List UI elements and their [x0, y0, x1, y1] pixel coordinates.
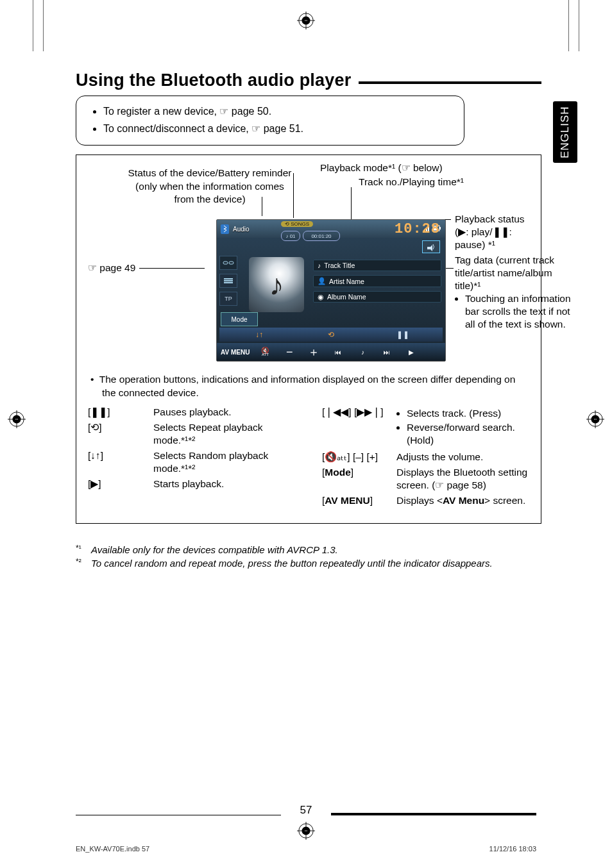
playback-mode-label: Playback mode*¹ (☞ below): [320, 162, 443, 174]
control-desc: Adjusts the volume.: [396, 451, 483, 463]
track-title-label: Track Title: [324, 262, 355, 269]
person-icon: 👤: [318, 277, 326, 285]
album-name-label: Album Name: [327, 293, 366, 301]
footnotes: *¹ Available only for the devices compat…: [76, 543, 541, 571]
playback-mode-bar: ↓↑ ⟲ ❚❚: [219, 328, 443, 342]
control-desc: Pauses playback.: [153, 406, 232, 419]
svg-rect-26: [223, 262, 228, 264]
footer-left: EN_KW-AV70E.indb 57: [76, 845, 149, 853]
leader-line: [262, 197, 262, 216]
control-row: [⟲] Selects Repeat playback mode.*¹*²: [88, 421, 296, 447]
gesture-icon: [422, 240, 440, 253]
registration-mark-top: [297, 12, 315, 32]
control-key: [Mode]: [322, 466, 396, 479]
songs-chip: ⟲ SONGS: [281, 221, 313, 227]
leader-line: [139, 268, 205, 269]
tag-scroll-bullet: Touching an information bar scrolls the …: [455, 292, 577, 331]
footnote-text: Available only for the devices compatibl…: [91, 543, 338, 557]
control-row: [❘◀◀] [▶▶❘] Selects track. (Press) Rever…: [322, 406, 531, 448]
section-title: Using the Bluetooth audio player: [76, 71, 541, 90]
avmenu-label: AV MENU: [221, 349, 250, 356]
source-label: Audio: [233, 226, 250, 233]
control-key: [❘◀◀] [▶▶❘]: [322, 406, 396, 419]
crop-line: [579, 0, 579, 51]
control-row: [▶] Starts playback.: [88, 478, 296, 490]
footer-row: EN_KW-AV70E.indb 57 11/12/16 18:03: [76, 845, 536, 853]
trackno-time-label: Track no./Playing time*¹: [359, 176, 464, 188]
controls-left-column: [❚❚] Pauses playback. [⟲] Selects Repeat…: [88, 403, 296, 510]
operations-note: • The operation buttons, indications and…: [88, 373, 531, 399]
status-label: Status of the device/Battery reminder (o…: [126, 167, 293, 207]
control-key: [⟲]: [88, 421, 153, 434]
language-tab: ENGLISH: [553, 101, 577, 163]
play-icon: ▶: [402, 346, 420, 358]
intro-bullet: To connect/disconnect a device, ☞ page 5…: [103, 121, 452, 137]
crop-line: [568, 0, 569, 51]
album-row: ◉ Album Name: [313, 291, 441, 303]
control-key: [↓↑]: [88, 449, 153, 462]
control-row: [🔇ₐₜₜ] [–] [+] Adjusts the volume.: [322, 451, 531, 463]
section-title-text: Using the Bluetooth audio player: [76, 71, 351, 90]
disc-icon: ◉: [318, 293, 324, 301]
svg-rect-29: [224, 280, 233, 281]
control-row: [AV MENU] Displays <AV Menu> screen.: [322, 494, 531, 507]
volume-plus-icon: ＋: [305, 346, 323, 358]
bluetooth-icon: [221, 224, 229, 234]
artist-row: 👤 Artist Name: [313, 275, 441, 287]
sidebar-list-icon: [219, 274, 237, 288]
tag-panel: ♪ Track Title 👤 Artist Name ◉ Album Name: [313, 260, 441, 303]
title-rule: [359, 81, 541, 84]
page49-pointer: ☞ page 49: [88, 262, 135, 274]
pause-icon: ❚❚: [393, 329, 412, 340]
screen-callout-block: Status of the device/Battery reminder (o…: [76, 154, 541, 524]
intro-bullet: To register a new device, ☞ page 50.: [103, 104, 452, 120]
screenshot-sidebar: TP: [217, 253, 241, 308]
control-desc: Starts playback.: [153, 478, 224, 490]
control-desc: Selects track. (Press) Reverse/forward s…: [396, 406, 531, 448]
playback-status-sub: (▶: play/❚❚: pause) *¹: [455, 226, 541, 251]
control-key: [▶]: [88, 478, 153, 490]
playback-status-label: Playback status: [455, 213, 525, 226]
prev-track-icon: ⏮: [329, 346, 347, 358]
control-key: [AV MENU]: [322, 494, 396, 507]
footer-right: 11/12/16 18:03: [489, 845, 536, 853]
next-track-icon: ⏭: [378, 346, 396, 358]
page-number-wrap: 57: [0, 804, 612, 817]
svg-rect-28: [224, 278, 233, 280]
footnote-text: To cancel random and repeat mode, press …: [91, 556, 493, 571]
mode-button: Mode: [221, 312, 258, 326]
controls-right-column: [❘◀◀] [▶▶❘] Selects track. (Press) Rever…: [322, 403, 531, 510]
note-icon: ♪: [318, 262, 321, 269]
control-desc: Selects Random playback mode.*¹*²: [153, 449, 296, 475]
footnote-mark: *²: [76, 556, 91, 571]
document-page: ENGLISH Using the Bluetooth audio player…: [0, 0, 612, 868]
registration-mark-right: [586, 410, 604, 431]
svg-rect-30: [224, 282, 233, 283]
artist-name-label: Artist Name: [329, 278, 364, 285]
control-row: [Mode] Displays the Bluetooth setting sc…: [322, 466, 531, 492]
control-desc: Selects Repeat playback mode.*¹*²: [153, 421, 296, 447]
track-no-chip: ♪ 01: [281, 231, 300, 241]
avmenu-bar: AV MENU 🔇ATT − ＋ ⏮ ♪ ⏭ ▶: [217, 343, 445, 361]
controls-table: [❚❚] Pauses playback. [⟲] Selects Repeat…: [88, 403, 531, 510]
page-number: 57: [290, 804, 323, 817]
att-icon: 🔇ATT: [256, 346, 274, 358]
shuffle-icon: ↓↑: [250, 329, 269, 340]
note-small-icon: ♪: [353, 346, 371, 358]
sidebar-tp-label: TP: [219, 292, 237, 306]
sidebar-link-icon: [219, 256, 237, 270]
footnote-mark: *¹: [76, 543, 91, 557]
playing-time-chip: 00:01:20: [303, 231, 340, 241]
footnote: *¹ Available only for the devices compat…: [76, 543, 541, 557]
repeat-icon: ⟲: [321, 329, 341, 340]
crop-line: [33, 0, 33, 51]
svg-rect-27: [229, 262, 234, 264]
footnote: *² To cancel random and repeat mode, pre…: [76, 556, 541, 571]
clock-display: 10:28: [395, 221, 440, 237]
control-row: [↓↑] Selects Random playback mode.*¹*²: [88, 449, 296, 475]
track-title-row: ♪ Track Title: [313, 260, 441, 271]
intro-box: To register a new device, ☞ page 50. To …: [76, 96, 464, 146]
volume-minus-icon: −: [280, 346, 298, 358]
control-key: [❚❚]: [88, 406, 153, 419]
crop-line: [43, 0, 44, 51]
